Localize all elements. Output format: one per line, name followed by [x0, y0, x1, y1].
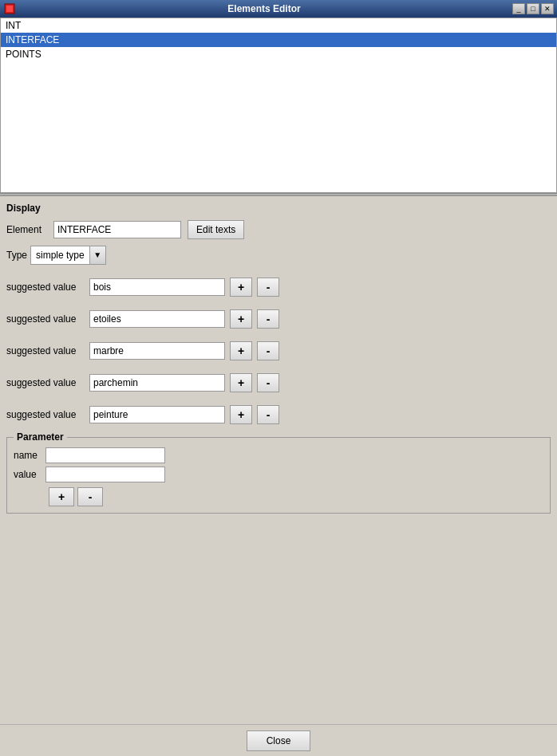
suggested-row-3: suggested value+- — [6, 373, 551, 392]
elements-list[interactable]: INTINTERFACEPOINTS — [0, 18, 557, 193]
suggested-row-1: suggested value+- — [6, 309, 551, 329]
suggested-minus-button-3[interactable]: - — [257, 373, 279, 392]
suggested-input-2[interactable] — [89, 342, 225, 360]
close-bar: Close — [0, 724, 557, 756]
suggested-input-0[interactable] — [89, 278, 225, 296]
suggested-label-2: suggested value — [6, 345, 86, 356]
suggested-label-0: suggested value — [6, 282, 86, 293]
list-item-points[interactable]: POINTS — [1, 47, 556, 61]
edit-texts-button[interactable]: Edit texts — [188, 220, 244, 239]
type-dropdown-text: simple type — [31, 246, 89, 265]
suggested-plus-button-4[interactable]: + — [230, 405, 252, 424]
suggested-row-2: suggested value+- — [6, 341, 551, 360]
param-plus-button[interactable]: + — [49, 487, 74, 506]
suggested-minus-button-4[interactable]: - — [257, 405, 279, 424]
window-controls: _ □ ✕ — [512, 3, 554, 14]
parameter-box-title: Parameter — [14, 431, 67, 443]
param-minus-button[interactable]: - — [77, 487, 103, 506]
close-button[interactable]: Close — [247, 730, 311, 751]
display-section: Display Element Edit texts Type simple t… — [0, 196, 557, 724]
window-title: Elements Editor — [16, 3, 512, 14]
param-value-row: value — [14, 467, 543, 482]
suggested-minus-button-1[interactable]: - — [257, 309, 279, 329]
list-item-interface[interactable]: INTERFACE — [1, 33, 556, 47]
app-icon — [3, 2, 16, 15]
param-name-row: name — [14, 447, 543, 463]
svg-rect-1 — [6, 6, 13, 12]
suggested-plus-button-1[interactable]: + — [230, 309, 252, 329]
suggested-values-container: suggested value+-suggested value+-sugges… — [6, 278, 551, 424]
type-row: Type simple type ▼ — [6, 246, 551, 265]
list-item-int[interactable]: INT — [1, 18, 556, 33]
type-dropdown[interactable]: simple type ▼ — [30, 246, 106, 265]
suggested-input-3[interactable] — [89, 374, 225, 392]
element-input[interactable] — [53, 221, 181, 238]
suggested-row-4: suggested value+- — [6, 405, 551, 424]
suggested-row-0: suggested value+- — [6, 278, 551, 297]
minimize-button[interactable]: _ — [512, 3, 525, 14]
suggested-plus-button-0[interactable]: + — [230, 278, 252, 297]
suggested-plus-button-3[interactable]: + — [230, 373, 252, 392]
suggested-label-4: suggested value — [6, 409, 86, 420]
suggested-input-4[interactable] — [89, 406, 225, 423]
element-label: Element — [6, 224, 50, 235]
param-value-input[interactable] — [45, 467, 165, 482]
maximize-button[interactable]: □ — [527, 3, 539, 14]
param-name-label: name — [14, 450, 45, 461]
main-container: INTINTERFACEPOINTS Display Element Edit … — [0, 18, 557, 724]
parameter-box: Parameter name value + - — [6, 437, 551, 514]
display-section-title: Display — [6, 203, 551, 214]
title-bar: Elements Editor _ □ ✕ — [0, 0, 557, 18]
suggested-minus-button-2[interactable]: - — [257, 341, 279, 360]
param-name-input[interactable] — [45, 447, 165, 463]
type-label: Type — [6, 250, 27, 261]
suggested-label-3: suggested value — [6, 377, 86, 388]
param-value-label: value — [14, 469, 45, 480]
close-window-button[interactable]: ✕ — [541, 3, 554, 14]
suggested-label-1: suggested value — [6, 313, 86, 325]
suggested-plus-button-2[interactable]: + — [230, 341, 252, 360]
element-row: Element Edit texts — [6, 220, 551, 239]
suggested-input-1[interactable] — [89, 310, 225, 328]
suggested-minus-button-0[interactable]: - — [257, 278, 279, 297]
param-buttons: + - — [49, 487, 543, 506]
type-dropdown-arrow[interactable]: ▼ — [89, 246, 105, 264]
